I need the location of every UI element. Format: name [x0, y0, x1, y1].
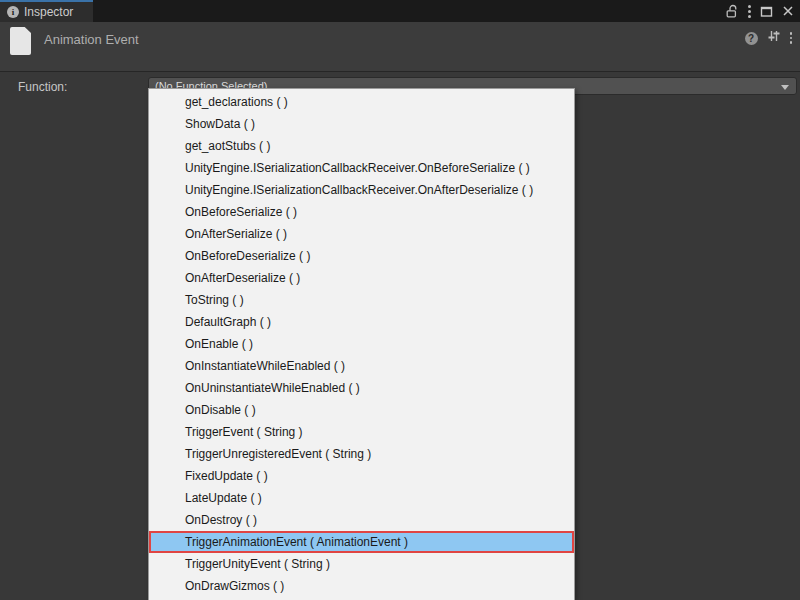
component-header: Animation Event ?	[0, 22, 800, 72]
menu-item[interactable]: OnDisable ( )	[149, 399, 574, 421]
kebab-menu-icon[interactable]	[790, 32, 793, 44]
menu-item[interactable]: FixedUpdate ( )	[149, 465, 574, 487]
menu-item[interactable]: OnBeforeSerialize ( )	[149, 201, 574, 223]
document-icon	[10, 27, 31, 55]
menu-item[interactable]: TriggerUnregisteredEvent ( String )	[149, 443, 574, 465]
menu-item[interactable]: DefaultGraph ( )	[149, 311, 574, 333]
menu-item[interactable]: TriggerEvent ( String )	[149, 421, 574, 443]
help-icon[interactable]: ?	[745, 32, 758, 45]
tab-inspector[interactable]: i Inspector	[0, 0, 93, 22]
unity-inspector-window: i Inspector	[0, 0, 800, 600]
menu-item[interactable]: get_declarations ( )	[149, 91, 574, 113]
function-label: Function:	[18, 80, 67, 94]
menu-item[interactable]: OnAfterDeserialize ( )	[149, 267, 574, 289]
chevron-down-icon	[781, 85, 789, 90]
close-icon[interactable]	[782, 5, 794, 17]
menu-item[interactable]: TriggerUnityEvent ( String )	[149, 553, 574, 575]
tab-strip: i Inspector	[0, 0, 800, 22]
menu-item[interactable]: OnEnable ( )	[149, 333, 574, 355]
menu-item[interactable]: ToString ( )	[149, 289, 574, 311]
menu-item[interactable]: UnityEngine.ISerializationCallbackReceiv…	[149, 179, 574, 201]
menu-item[interactable]: OnInstantiateWhileEnabled ( )	[149, 355, 574, 377]
menu-item[interactable]: get_aotStubs ( )	[149, 135, 574, 157]
menu-item[interactable]: ShowData ( )	[149, 113, 574, 135]
menu-item-selected[interactable]: TriggerAnimationEvent ( AnimationEvent )	[149, 531, 574, 553]
function-menu: get_declarations ( )ShowData ( )get_aotS…	[148, 88, 575, 600]
menu-item[interactable]: UnityEngine.ISerializationCallbackReceiv…	[149, 157, 574, 179]
menu-item[interactable]: OnAfterSerialize ( )	[149, 223, 574, 245]
menu-item[interactable]: OnUninstantiateWhileEnabled ( )	[149, 377, 574, 399]
kebab-menu-icon[interactable]	[748, 5, 751, 18]
menu-item[interactable]: LateUpdate ( )	[149, 487, 574, 509]
info-icon: i	[7, 6, 19, 18]
menu-item[interactable]: OnBeforeDeserialize ( )	[149, 245, 574, 267]
menu-item[interactable]: OnDrawGizmos ( )	[149, 575, 574, 597]
tab-label: Inspector	[24, 5, 73, 19]
component-title: Animation Event	[44, 32, 139, 47]
presets-icon[interactable]	[767, 29, 781, 47]
maximize-icon[interactable]	[760, 5, 773, 18]
menu-item[interactable]: OnDestroy ( )	[149, 509, 574, 531]
unlock-icon[interactable]	[725, 4, 739, 19]
